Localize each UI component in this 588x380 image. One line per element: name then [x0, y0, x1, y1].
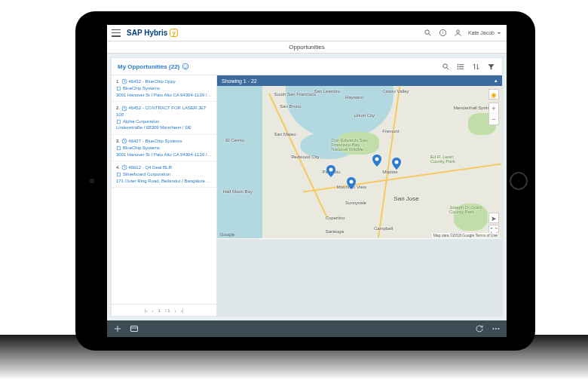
brand-label: SAP Hybris y — [127, 29, 178, 37]
panel-body: 1. 46432 - BlueChip Oppy BlueChip System… — [112, 75, 502, 316]
panel-list-icon[interactable] — [455, 61, 466, 72]
map-canvas[interactable]: South San Francisco San Bruno San Mateo … — [217, 86, 502, 238]
map-blank-area — [217, 239, 502, 316]
map-pin[interactable] — [392, 158, 401, 170]
item-number: 3. — [116, 139, 120, 143]
list-item[interactable]: 2. 46452 - CONTRACT FOR LASER JET 100 Al… — [112, 102, 216, 135]
locate-button[interactable]: ➤ — [488, 213, 499, 223]
camera-dot — [90, 179, 94, 183]
svg-rect-23 — [117, 146, 120, 150]
item-company: BlueChip Systems — [123, 145, 160, 151]
map-label: Ed R. Levin County Park — [430, 155, 468, 164]
svg-rect-21 — [117, 120, 120, 124]
map-pin[interactable] — [326, 165, 335, 177]
zoom-control: + − — [488, 103, 499, 125]
bottom-bar — [107, 320, 507, 337]
brand-text: SAP Hybris — [127, 29, 167, 37]
more-icon[interactable] — [492, 324, 501, 333]
item-address: 171 Outer Ring Road, Bellandur / Bangalo… — [116, 178, 212, 184]
chevron-down-icon — [496, 30, 502, 36]
item-number: 4. — [116, 165, 120, 170]
item-title: Q4 Deal BLR — [145, 165, 171, 170]
add-button[interactable] — [113, 324, 122, 333]
pager-next[interactable]: › — [175, 308, 176, 313]
map-label: Milpitas — [382, 170, 397, 174]
svg-point-36 — [498, 328, 500, 329]
list-item[interactable]: 3. 46427 - BlueChip Systems BlueChip Sys… — [112, 135, 216, 161]
map-collapse-icon[interactable]: ▴ — [495, 78, 498, 84]
map-label: Cupertino — [326, 216, 345, 220]
svg-point-5 — [183, 63, 189, 69]
map-pin[interactable] — [372, 155, 381, 167]
item-company: Silverboard Corporation — [123, 171, 170, 177]
map-label: San Mateo — [274, 132, 296, 136]
home-button[interactable] — [510, 172, 528, 190]
pager-prev[interactable]: ‹ — [152, 308, 153, 313]
panel-title-text: My Opportunities — [118, 63, 167, 70]
map-label: South San Francisco — [274, 92, 317, 97]
tablet-frame: SAP Hybris y i Kate Jacob Opportunities — [75, 11, 535, 351]
svg-point-15 — [457, 68, 458, 69]
list-item[interactable]: 1. 46432 - BlueChip Oppy BlueChip System… — [112, 75, 216, 102]
help-icon[interactable]: i — [438, 28, 449, 38]
search-icon[interactable] — [423, 28, 433, 38]
map-pin[interactable] — [347, 177, 356, 189]
map-label: Redwood City — [291, 155, 319, 159]
card-icon[interactable] — [130, 324, 139, 333]
refresh-icon[interactable] — [475, 324, 484, 333]
user-avatar-icon[interactable] — [453, 28, 464, 38]
map-label: Joseph D. Grant County Park — [449, 205, 491, 214]
opportunities-panel: My Opportunities (22) — [111, 57, 503, 317]
panel-search-icon[interactable] — [440, 61, 451, 72]
svg-point-13 — [457, 64, 458, 65]
item-number: 2. — [116, 106, 120, 110]
zoom-out-button[interactable]: − — [489, 114, 498, 124]
map-label: Don Edwards San Francisco Bay National W… — [331, 138, 376, 152]
list-item[interactable]: 4. 46612 - Q4 Deal BLR Silverboard Corpo… — [112, 161, 216, 188]
svg-point-14 — [457, 66, 458, 67]
svg-point-35 — [495, 328, 497, 329]
item-id: 46432 — [128, 79, 141, 84]
app-screen: SAP Hybris y i Kate Jacob Opportunities — [107, 25, 507, 337]
map-status-bar: Showing 1 - 22 ▴ — [217, 75, 502, 86]
item-id: 46612 — [128, 165, 141, 170]
map-label: Saratoga — [326, 229, 344, 234]
svg-point-6 — [185, 66, 185, 66]
building-icon — [116, 172, 121, 177]
svg-rect-17 — [117, 87, 120, 90]
map-panel: Showing 1 - 22 ▴ — [217, 75, 502, 316]
map-label: Campbell — [374, 226, 393, 231]
panel-count: (22) — [169, 63, 179, 70]
svg-rect-25 — [117, 173, 120, 176]
opportunity-icon — [121, 78, 127, 84]
item-company: BlueChip Systems — [123, 85, 160, 91]
map-label: Fremont — [382, 129, 399, 133]
panel-sort-icon[interactable] — [470, 61, 481, 72]
svg-point-26 — [329, 168, 333, 172]
map-label: El Cerrito — [225, 138, 244, 142]
item-title: BlueChip Systems — [145, 139, 182, 143]
zoom-in-button[interactable]: + — [489, 103, 498, 114]
streetview-icon[interactable]: ◉ — [488, 89, 499, 100]
user-menu[interactable]: Kate Jacob — [468, 30, 502, 36]
svg-point-34 — [493, 328, 495, 329]
map-label: San Jose — [394, 195, 418, 202]
panel-title[interactable]: My Opportunities (22) — [118, 63, 189, 70]
brand-badge-icon: y — [170, 29, 178, 37]
menu-icon[interactable] — [112, 29, 121, 37]
svg-point-8 — [443, 63, 447, 68]
item-id: 46452 — [128, 106, 141, 110]
pager: |‹ ‹ 1 / 1 › ›| — [112, 304, 216, 316]
map-label: Sunnyvale — [345, 201, 366, 205]
pager-total: / 1 — [165, 308, 170, 313]
google-logo: Google — [220, 232, 234, 237]
opportunity-icon — [121, 138, 127, 144]
item-id: 46427 — [128, 139, 141, 143]
svg-point-4 — [457, 30, 460, 33]
opportunity-list: 1. 46432 - BlueChip Oppy BlueChip System… — [112, 75, 217, 316]
pager-last[interactable]: ›| — [181, 308, 184, 313]
opportunity-icon — [121, 164, 127, 170]
building-icon — [116, 86, 121, 91]
pager-first[interactable]: |‹ — [145, 308, 148, 313]
panel-filter-icon[interactable] — [485, 61, 496, 72]
